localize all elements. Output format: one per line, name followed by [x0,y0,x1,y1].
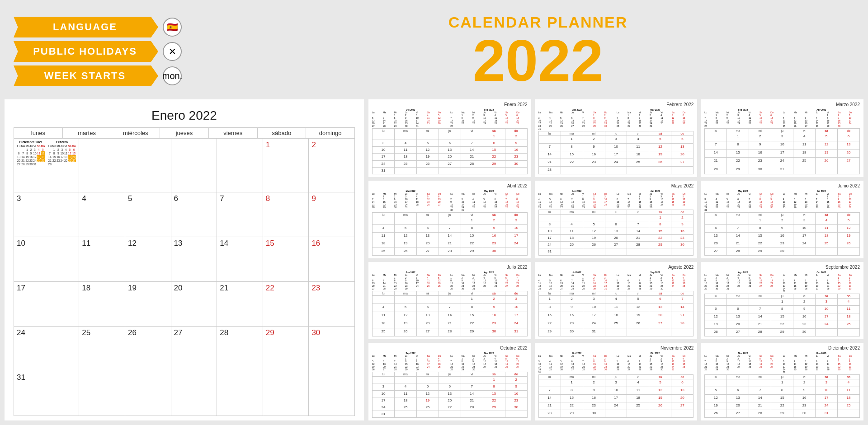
mini-abril[interactable]: Abril 2022 Mar 2022LuMaMiJuViSaDo1234567… [368,181,531,258]
large-cell-end6 [263,371,309,416]
mini-febrero[interactable]: Febrero 2022 Ene 2022LuMaMiJuViSaDo12345… [535,99,698,177]
large-cell-26: 26 [125,327,171,371]
mini-junio-title: Junio 2022 [704,183,860,188]
large-cell-end7 [309,371,355,416]
large-cell-20: 20 [171,282,217,327]
mini-noviembre[interactable]: Noviembre 2022 Oct 2022LuMaMiJuViSaDo123… [535,343,698,420]
large-cell-30: 30 [309,327,355,371]
large-cell-22: 22 [263,282,309,327]
mini-octubre[interactable]: Octubre 2022 Sep 2022LuMaMiJuViSaDo12345… [368,343,531,420]
large-cell-minicals: Diciembre 2021 LuMaMiJuViSaDo 12345 6789… [14,139,79,192]
large-cell-21: 21 [217,282,263,327]
mini-julio[interactable]: Julio 2022 Jun 2022LuMaMiJuViSaDo1234567… [368,262,531,340]
large-cell-28: 28 [217,327,263,371]
top-header: LANGUAGE 🇪🇸 PUBLIC HOLIDAYS ✕ WEEK START… [0,0,868,99]
large-cell-10: 10 [14,237,79,282]
large-cell-1: 1 [263,139,309,192]
large-cell-29: 29 [263,327,309,371]
large-cell-9: 9 [309,192,355,237]
large-cell-13: 13 [171,237,217,282]
large-cell-empty4 [217,139,263,192]
large-cell-end5 [217,371,263,416]
mini-septiembre[interactable]: Septiembre 2022 Ago 2022LuMaMiJuViSaDo12… [701,262,863,340]
large-cell-18: 18 [79,282,125,327]
day-sabado: sábado [258,128,307,139]
large-calendar-grid: Diciembre 2021 LuMaMiJuViSaDo 12345 6789… [14,139,355,416]
right-panel: Enero 2022 Dic 2021LuMaMiJuViSaDo1234567… [368,99,868,425]
large-cell-5: 5 [125,192,171,237]
large-cell-7: 7 [217,192,263,237]
language-ribbon[interactable]: LANGUAGE [14,17,158,37]
mini-diciembre-title: Diciembre 2022 [704,346,860,350]
large-days-header: lunes martes miércoles jueves viernes sá… [14,127,355,139]
year-display: 2022 [472,31,603,90]
large-cell-27: 27 [171,327,217,371]
mini-agosto-title: Agosto 2022 [538,265,694,270]
mini-septiembre-title: Septiembre 2022 [704,265,860,270]
mini-enero-title: Enero 2022 [372,102,528,107]
day-domingo: domingo [306,128,355,139]
holidays-row: PUBLIC HOLIDAYS ✕ [14,41,208,62]
large-cell-8: 8 [263,192,309,237]
center-panel: CALENDAR PLANNER 2022 [222,14,854,90]
mini-diciembre[interactable]: Diciembre 2022 Nov 2022LuMaMiJuViSaDo123… [701,343,863,420]
mini-enero[interactable]: Enero 2022 Dic 2021LuMaMiJuViSaDo1234567… [368,99,531,177]
main-content: Enero 2022 lunes martes miércoles jueves… [0,99,868,425]
mini-junio[interactable]: Junio 2022 May 2022LuMaMiJuViSaDo1234567… [701,181,863,258]
mini-marzo[interactable]: Marzo 2022 Feb 2022LuMaMiJuViSaDo1234567… [701,99,863,177]
mini-mayo[interactable]: Mayo 2022 Abr 2022LuMaMiJuViSaDo12345678… [535,181,698,258]
large-cell-19: 19 [125,282,171,327]
week-starts-icon[interactable]: mon. [163,66,182,85]
large-cell-24: 24 [14,327,79,371]
mini-noviembre-title: Noviembre 2022 [538,346,694,350]
week-starts-ribbon[interactable]: WEEK STARTS [14,65,158,86]
large-cell-end2 [79,371,125,416]
language-icon[interactable]: 🇪🇸 [163,18,182,37]
day-martes: martes [63,128,112,139]
large-cell-16: 16 [309,237,355,282]
holidays-icon[interactable]: ✕ [163,42,182,61]
mini-marzo-title: Marzo 2022 [704,102,860,107]
large-cell-17: 17 [14,282,79,327]
week-starts-row: WEEK STARTS mon. [14,65,208,86]
language-row: LANGUAGE 🇪🇸 [14,17,208,37]
large-cell-empty1 [79,139,125,192]
mini-agosto[interactable]: Agosto 2022 Jul 2022LuMaMiJuViSaDo123456… [535,262,698,340]
large-cell-12: 12 [125,237,171,282]
left-panel: LANGUAGE 🇪🇸 PUBLIC HOLIDAYS ✕ WEEK START… [14,17,208,86]
day-viernes: viernes [209,128,258,139]
large-cell-3: 3 [14,192,79,237]
large-cell-end4 [171,371,217,416]
large-cell-11: 11 [79,237,125,282]
day-lunes: lunes [14,128,63,139]
mini-febrero-title: Febrero 2022 [538,102,694,107]
large-cell-empty2 [125,139,171,192]
large-cell-25: 25 [79,327,125,371]
large-cell-15: 15 [263,237,309,282]
mini-mayo-title: Mayo 2022 [538,183,694,188]
large-cell-empty3 [171,139,217,192]
holidays-ribbon[interactable]: PUBLIC HOLIDAYS [14,41,158,62]
mini-octubre-title: Octubre 2022 [372,346,528,350]
mini-julio-title: Julio 2022 [372,265,528,270]
mini-abril-title: Abril 2022 [372,183,528,188]
day-miercoles: miércoles [111,128,160,139]
large-calendar-title: Enero 2022 [14,108,355,123]
large-january-calendar: Enero 2022 lunes martes miércoles jueves… [5,99,364,420]
large-cell-6: 6 [171,192,217,237]
large-cell-31: 31 [14,371,79,416]
day-jueves: jueves [160,128,209,139]
large-cell-14: 14 [217,237,263,282]
large-cell-23: 23 [309,282,355,327]
large-cell-2: 2 [309,139,355,192]
large-cell-4: 4 [79,192,125,237]
large-cell-end3 [125,371,171,416]
